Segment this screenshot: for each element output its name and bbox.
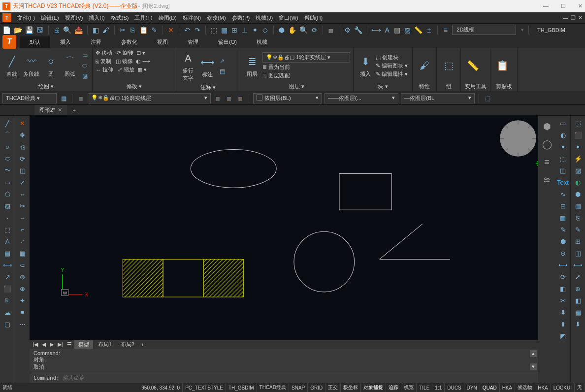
workspace-dropdown[interactable]: THCAD经典 ▾ [2,93,57,103]
close-tab-icon[interactable]: ✕ [58,107,62,113]
command-history[interactable]: Command: 对角: 取消 ▴ ▾ [30,349,538,372]
tool-table[interactable]: ▤ [2,248,12,258]
layout-add[interactable]: + [139,342,145,348]
tool-block[interactable]: ⬛ [2,284,12,294]
status-polar[interactable]: 极坐标 [341,383,361,392]
rtool2-3[interactable]: ✦ [573,142,583,152]
tab-manage[interactable]: 管理 [178,36,208,48]
layerstate-icon[interactable]: ≣ [236,94,245,103]
layout-last[interactable]: ▶| [56,341,65,348]
app-menu-button[interactable]: T [2,35,16,49]
tool-extend[interactable]: → [18,213,28,223]
orbit-icon[interactable]: ⟳ [311,26,318,34]
lineweight-dropdown[interactable]: — 依图层(BL ▾ [401,93,475,103]
rtool-6[interactable]: ∿ [558,189,568,199]
doc-tab[interactable]: 图形2*✕ [34,105,67,115]
menu-draw[interactable]: 绘图(D) [159,14,177,22]
layout-first[interactable]: |◀ [31,341,39,348]
rtool2-16[interactable]: ◧ [573,295,583,305]
rtool-4[interactable]: ⬚ [558,154,568,163]
gear-icon[interactable]: ⚙ [344,26,351,34]
paste-icon[interactable]: 📋 [139,26,148,34]
rtool2-5[interactable]: ▨ [573,165,583,175]
balloon-icon[interactable]: ◯ [541,138,553,150]
layout-2[interactable]: 布局2 [117,340,138,349]
rtool-text[interactable]: Text [558,177,568,187]
props-panel-label[interactable]: 特性 [416,82,433,90]
props-button[interactable]: 🖌 [416,57,433,74]
new-icon[interactable]: 📄 [2,26,11,34]
cmd-scroll-down[interactable]: ▾ [530,363,537,370]
close-button[interactable]: ✕ [578,3,583,9]
menu-file[interactable]: 文件(F) [17,14,35,22]
minimize-button[interactable]: — [543,3,549,9]
layer-match[interactable]: ≣ 图层匹配 [262,72,290,79]
pan-icon[interactable]: ✋ [288,26,296,34]
leader-icon[interactable]: ↗ [218,57,227,65]
drawing-canvas[interactable]: X Y W [30,116,538,340]
saveas-icon[interactable]: 🖫 [36,26,44,34]
status-ws[interactable]: THCAD经典 [257,383,289,392]
tool-fillet[interactable]: ⌐ [18,225,28,234]
tool-chamfer[interactable]: ⟋ [18,236,28,246]
tool-move2[interactable]: ✥ [18,130,28,140]
status-osnap[interactable]: 对象捕捉 [361,383,386,392]
clip-panel-label[interactable]: 剪贴板 [493,82,514,90]
tool-wipe[interactable]: ▢ [2,319,12,329]
block-panel-label[interactable]: 块 ▾ [357,82,409,90]
rtool-16[interactable]: ⬇ [558,307,568,317]
tool-leader[interactable]: ↗ [2,272,12,282]
tool-dim2[interactable]: ⟷ [2,260,12,270]
rtool-10[interactable]: ⬢ [558,236,568,246]
layerprev-icon[interactable]: ≣ [225,94,233,103]
status-grid[interactable]: GRID [308,383,325,392]
status-lw[interactable]: 线宽 [401,383,417,392]
layout-prev[interactable]: ◀ [40,341,47,348]
layer-panel-label[interactable]: 图层 ▾ [243,82,350,90]
osnap-icon[interactable]: ◇ [261,26,269,34]
arc-button[interactable]: ⌒圆弧 [61,53,79,79]
menu-param[interactable]: 参数(P) [232,14,250,22]
viewcube-icon[interactable]: ⬢ [541,121,553,132]
new-tab-button[interactable]: + [69,107,78,113]
clip-button[interactable]: 📋 [493,57,511,74]
tools-icon[interactable]: 🔧 [354,26,362,34]
rtool2-10[interactable]: ✎ [573,225,583,234]
3d-icon[interactable]: ⬢ [278,26,285,34]
draw-panel-label[interactable]: 绘图 ▾ [3,82,89,90]
rtool-14[interactable]: ◧ [558,284,568,294]
rtool2-6[interactable]: ◐ [573,177,583,187]
view-style-dropdown[interactable]: 2D线框 [452,25,516,35]
layer-props-icon[interactable]: ≣ [327,26,335,34]
mdi-restore[interactable]: ❐ [571,15,576,21]
select-icon[interactable]: ⬚ [210,26,218,34]
copy-button[interactable]: ⎘ 复制 ◫ 镜像 ◐ ⟶ [96,58,150,65]
status-tile[interactable]: TILE [417,383,432,392]
save-icon[interactable]: 💾 [25,26,33,34]
status-candidate[interactable]: 候选物 [515,383,535,392]
status-scale[interactable]: 1:1 [432,383,445,392]
menu-dim[interactable]: 标注(N) [183,14,201,22]
rtool-1[interactable]: ▭ [558,118,568,128]
modify-panel-label[interactable]: 修改 ▾ [96,82,173,90]
rtool-11[interactable]: ⊕ [558,248,568,258]
hatch2-icon[interactable]: ▨ [80,71,89,80]
menu-tools[interactable]: 工具(T) [134,14,152,22]
rtool-8[interactable]: ▦ [558,213,568,223]
rtool-12[interactable]: ⟷ [558,260,568,270]
line-button[interactable]: ╱直线 [3,53,21,79]
menu-help[interactable]: 帮助(H) [304,14,323,22]
menu-modify[interactable]: 修改(M) [207,14,226,22]
snap-icon[interactable]: ⊞ [231,26,238,34]
layout-next[interactable]: ▶ [48,341,55,348]
layer-button[interactable]: ≣图层 [243,53,261,79]
polar-icon[interactable]: ✦ [251,26,259,34]
tab-output[interactable]: 输出(O) [208,36,247,48]
group-panel-label[interactable]: 组 [440,82,457,90]
rtool-7[interactable]: ⊞ [558,201,568,211]
ortho-icon[interactable]: ⊥ [241,26,248,34]
tool-offset[interactable]: ⊂ [18,260,28,270]
util-button[interactable]: 📏 [464,57,482,74]
grid-icon[interactable]: ▦ [221,26,228,34]
annot-panel-label[interactable]: 注释 ▾ [179,83,237,91]
